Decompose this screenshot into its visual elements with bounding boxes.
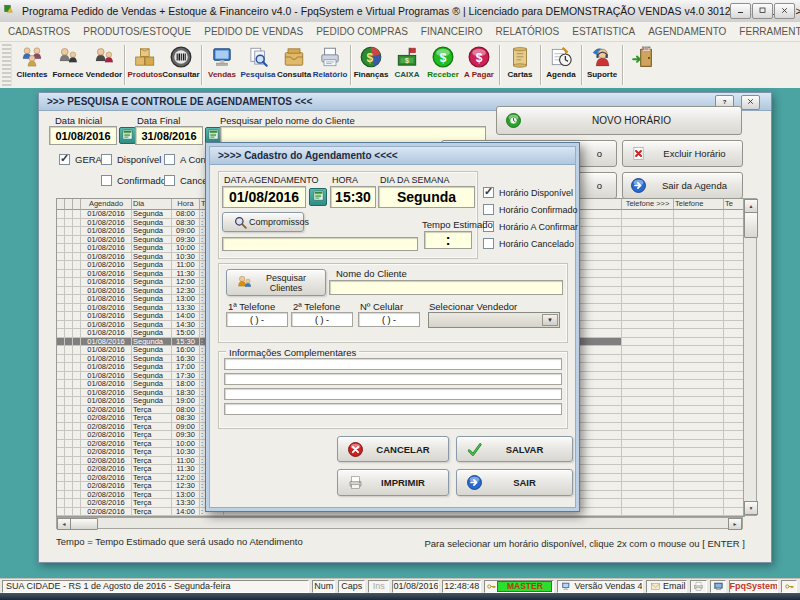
toolbar-button-a-pagar[interactable]: $A Pagar — [461, 42, 497, 88]
checkbox[interactable] — [164, 175, 175, 186]
menu-item-pedido-compras[interactable]: PEDIDO COMPRAS — [316, 26, 408, 37]
grid-header-cell[interactable]: Telefone >>> — [622, 199, 674, 210]
sair-agenda-button[interactable]: Sair da Agenda — [622, 172, 743, 199]
grid-header-cell[interactable] — [65, 199, 73, 210]
status-monitor[interactable] — [710, 580, 727, 593]
salvar-button[interactable]: SALVAR — [456, 436, 573, 462]
toolbar-button-cartas[interactable]: Cartas — [502, 42, 538, 88]
grid-header-cell[interactable]: Hora — [172, 199, 200, 210]
cancelar-button[interactable]: CANCELAR — [337, 436, 449, 462]
menu-item-financeiro[interactable]: FINANCEIRO — [421, 26, 483, 37]
minimize-button[interactable] — [730, 3, 751, 19]
filter-checkbox-geral[interactable]: GERAL — [59, 154, 107, 165]
filter-checkbox-confirmado[interactable]: Confirmado — [101, 175, 166, 186]
menu-item-pedido-de-vendas[interactable]: PEDIDO DE VENDAS — [204, 26, 303, 37]
menu-item-cadastros[interactable]: CADASTROS — [8, 26, 70, 37]
pesquisar-clientes-button[interactable]: Pesquisar Clientes — [226, 269, 326, 296]
scroll-up-arrow[interactable]: ▲ — [744, 199, 758, 213]
scroll-left-arrow[interactable]: ◄ — [57, 518, 71, 530]
menu-item-produtos-estoque[interactable]: PRODUTOS/ESTOQUE — [83, 26, 191, 37]
checkbox[interactable] — [101, 175, 112, 186]
window-close-button[interactable] — [741, 95, 760, 110]
grid-vscrollbar[interactable]: ▲ ▼ — [743, 198, 757, 516]
grid-header-cell[interactable]: Agendado — [81, 199, 132, 210]
menu-item-estatistica[interactable]: ESTATISTICA — [572, 26, 635, 37]
menu-item-relat-rios[interactable]: RELATÓRIOS — [496, 26, 560, 37]
grid-header-cell[interactable] — [73, 199, 81, 210]
checkbox[interactable] — [164, 154, 175, 165]
compromissos-input[interactable] — [222, 237, 418, 251]
info-line-input[interactable] — [224, 403, 562, 415]
toolbar-button-agenda[interactable]: Agenda — [543, 42, 579, 88]
dropdown-arrow-icon[interactable]: ▼ — [542, 314, 558, 326]
data-final-input[interactable]: 31/08/2016 — [135, 126, 203, 145]
dialog-caption[interactable]: >>>> Cadastro do Agendamento <<<< — [210, 147, 575, 165]
checkbox[interactable] — [483, 187, 494, 198]
tel2-input[interactable]: ( ) - — [291, 312, 353, 327]
toolbar-button-caixa[interactable]: $CAIXA — [389, 42, 425, 88]
hora-input[interactable]: 15:30 — [330, 186, 376, 208]
data-inicial-input[interactable]: 01/08/2016 — [49, 126, 117, 145]
dia-da-semana-input[interactable]: Segunda — [378, 186, 475, 208]
status-printer[interactable] — [690, 580, 707, 593]
toolbar-button-consultar[interactable]: Consultar — [163, 42, 199, 88]
data-inicial-calendar-button[interactable] — [119, 127, 136, 144]
menu-item-ferramentas[interactable]: FERRAMENTAS — [739, 26, 800, 37]
status-checkbox-hor-rio-cancelado[interactable]: Horário Cancelado — [483, 238, 574, 249]
toolbar-button-relat-rio[interactable]: Relatório — [312, 42, 348, 88]
grid-header-cell[interactable]: Dia — [132, 199, 172, 210]
info-line-input[interactable] — [224, 373, 562, 385]
hscroll-thumb[interactable] — [70, 518, 98, 530]
novo-horario-button[interactable]: NOVO HORÁRIO — [496, 106, 742, 135]
vscroll-thumb[interactable] — [744, 212, 758, 238]
toolbar-button-clientes[interactable]: Clientes — [14, 42, 50, 88]
filter-checkbox-dispon-vel[interactable]: Disponível — [101, 154, 161, 165]
toolbar-button-exit[interactable]: EXIT — [625, 42, 661, 88]
nome-cliente-input[interactable] — [329, 280, 563, 295]
grid-header-cell[interactable]: Te — [724, 199, 744, 210]
toolbar-button-produtos[interactable]: Produtos — [127, 42, 163, 88]
imprimir-button[interactable]: IMPRIMIR — [337, 469, 449, 496]
table-cell — [65, 389, 73, 398]
info-line-input[interactable] — [224, 358, 562, 370]
toolbar-button-receber[interactable]: $Receber — [425, 42, 461, 88]
toolbar-drag-handle[interactable] — [2, 44, 12, 86]
info-line-input[interactable] — [224, 388, 562, 400]
toolbar-button-fornece[interactable]: Fornece — [50, 42, 86, 88]
vendedor-dropdown[interactable]: ▼ — [428, 312, 560, 328]
close-button[interactable] — [774, 3, 795, 19]
grid-header-cell[interactable]: Telefone — [674, 199, 724, 210]
toolbar-button-vendas[interactable]: Vendas — [204, 42, 240, 88]
toolbar-button-pesquisa[interactable]: Pesquisa — [240, 42, 276, 88]
toolbar-button-finan-as[interactable]: $Finanças — [353, 42, 389, 88]
dialog-calendar-button[interactable] — [309, 188, 327, 206]
toolbar-button-suporte[interactable]: Suporte — [584, 42, 620, 88]
scroll-right-arrow[interactable]: ► — [728, 518, 742, 530]
checkbox[interactable] — [59, 154, 70, 165]
grid-hscrollbar[interactable]: ◄ ► — [56, 517, 743, 529]
tel1-input[interactable]: ( ) - — [226, 312, 288, 327]
menu-item-agendamento[interactable]: AGENDAMENTO — [648, 26, 726, 37]
toolbar-button-consulta[interactable]: Consulta — [276, 42, 312, 88]
compromissos-button[interactable]: Compromissos — [222, 212, 304, 232]
table-cell: 01/08/2016 — [81, 389, 132, 398]
table-cell: Segunda — [132, 380, 172, 389]
grid-header-cell[interactable] — [57, 199, 65, 210]
checkbox[interactable] — [483, 238, 494, 249]
checkbox[interactable] — [483, 204, 494, 215]
celular-input[interactable]: ( ) - — [358, 312, 420, 327]
checkbox[interactable] — [101, 154, 112, 165]
status-checkbox-hor-rio-a-confirmar[interactable]: Horário A Confirmar — [483, 221, 578, 232]
status-checkbox-hor-rio-dispon-vel[interactable]: Horário Disponível — [483, 187, 573, 198]
tempo-estimado-input[interactable]: : — [424, 231, 472, 249]
sair-button[interactable]: SAIR — [456, 469, 573, 496]
excluir-horario-button[interactable]: Excluir Horário — [622, 140, 743, 167]
table-cell: 01/08/2016 — [81, 338, 132, 347]
table-cell — [724, 431, 744, 440]
scroll-down-arrow[interactable]: ▼ — [744, 501, 758, 515]
toolbar-button-vendedor[interactable]: Vendedor — [86, 42, 122, 88]
data-agendamento-input[interactable]: 01/08/2016 — [222, 186, 306, 208]
status-email[interactable]: Email — [646, 580, 687, 593]
restore-button[interactable] — [752, 3, 773, 19]
status-checkbox-hor-rio-confirmado[interactable]: Horário Confirmado — [483, 204, 578, 215]
